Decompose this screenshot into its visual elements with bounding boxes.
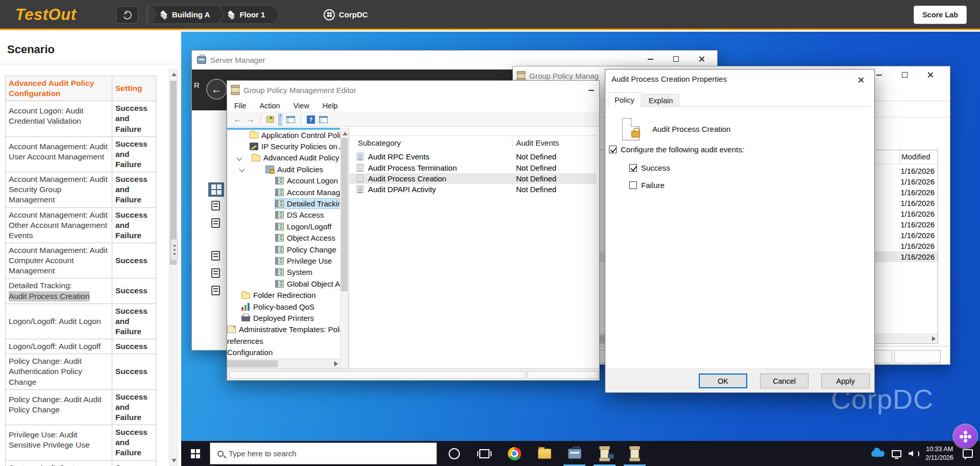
score-lab-button[interactable]: Score Lab bbox=[914, 6, 967, 24]
tree-item[interactable]: Deployed Printers bbox=[227, 312, 340, 323]
all-servers-icon[interactable] bbox=[211, 218, 220, 228]
subcategory-row[interactable]: Audit Process Creation Not Defined bbox=[350, 173, 596, 184]
checkbox[interactable] bbox=[609, 146, 617, 153]
tree-item[interactable]: IP Security Policies on A bbox=[227, 141, 340, 152]
tree-item[interactable]: DS Access bbox=[227, 209, 340, 221]
subcategory-row[interactable]: Audit RPC Events Not Defined bbox=[350, 151, 596, 162]
breadcrumb-item[interactable]: Building A bbox=[152, 5, 224, 24]
hierarchy-icon[interactable] bbox=[211, 268, 220, 278]
tree-item[interactable]: Policy Change bbox=[227, 244, 340, 255]
subcategory-name: Audit Process Termination bbox=[368, 164, 596, 172]
scrollbar-thumb[interactable] bbox=[170, 81, 177, 265]
tree-item[interactable]: Policy-based QoS bbox=[227, 301, 340, 312]
menu-item[interactable]: View bbox=[293, 102, 309, 110]
device-breadcrumb[interactable]: CorpDC bbox=[324, 5, 368, 24]
tree-item[interactable]: Configuration bbox=[227, 346, 340, 358]
chevron-down-icon[interactable] bbox=[239, 167, 244, 172]
tree-item[interactable]: Account Logon bbox=[227, 175, 340, 187]
vertical-scrollbar[interactable] bbox=[340, 128, 349, 368]
tree-item[interactable]: Logon/Logoff bbox=[227, 221, 340, 232]
minimize-button[interactable] bbox=[638, 51, 663, 67]
forward-arrow-icon[interactable]: → bbox=[246, 115, 255, 124]
group-policy-management-editor-window: Group Policy Management Editor FileActio… bbox=[227, 80, 600, 381]
group-policy-editor-taskbar-button[interactable] bbox=[620, 441, 650, 466]
ai-assistant-button[interactable] bbox=[953, 425, 977, 448]
menu-item[interactable]: File bbox=[234, 102, 246, 110]
server-manager-taskbar-button[interactable] bbox=[559, 441, 590, 466]
subcategory-column-header[interactable]: Subcategory bbox=[358, 138, 401, 147]
dialog-tab[interactable]: Explain bbox=[642, 94, 680, 107]
tree-item[interactable]: System bbox=[227, 267, 340, 278]
close-button[interactable] bbox=[852, 74, 869, 86]
tree-item[interactable]: Folder Redirection bbox=[227, 289, 340, 300]
tree-item[interactable]: Detailed Tracking bbox=[227, 198, 340, 209]
scroll-up-arrow-icon[interactable] bbox=[342, 132, 348, 135]
back-arrow-icon[interactable]: ← bbox=[233, 115, 242, 124]
dialog-button[interactable]: Cancel bbox=[760, 374, 808, 388]
refresh-button[interactable] bbox=[116, 6, 138, 24]
tree-item[interactable]: Global Object Ac bbox=[227, 278, 340, 289]
tree-item[interactable]: references bbox=[227, 335, 340, 346]
start-button[interactable] bbox=[181, 441, 210, 466]
scroll-right-arrow-icon[interactable] bbox=[932, 336, 936, 341]
subcategory-row[interactable]: Audit DPAPI Activity Not Defined bbox=[350, 184, 596, 195]
chrome-button[interactable] bbox=[499, 441, 529, 466]
task-view-button[interactable] bbox=[469, 441, 499, 466]
chrome-icon bbox=[508, 447, 521, 460]
menu-item[interactable]: Action bbox=[259, 102, 280, 110]
checkbox[interactable] bbox=[629, 164, 637, 172]
tree-item[interactable]: Object Access bbox=[227, 232, 340, 244]
breadcrumb-item[interactable]: Floor 1 bbox=[219, 5, 279, 24]
up-one-level-icon[interactable] bbox=[266, 116, 274, 123]
back-button[interactable]: ← bbox=[206, 79, 227, 100]
help-icon[interactable]: ? bbox=[307, 115, 315, 124]
printer-icon[interactable] bbox=[211, 286, 220, 295]
panel-resize-handle[interactable] bbox=[170, 239, 178, 261]
cortana-button[interactable] bbox=[439, 441, 469, 466]
tree-item[interactable]: Advanced Audit Policy C bbox=[227, 152, 340, 164]
chevron-down-icon[interactable] bbox=[236, 155, 242, 160]
tree-item[interactable]: Administrative Templates: Polic bbox=[227, 324, 340, 335]
taskbar-search[interactable]: Type here to search bbox=[210, 442, 437, 464]
local-server-icon[interactable] bbox=[211, 201, 220, 211]
users-icon[interactable] bbox=[211, 251, 220, 261]
close-button[interactable] bbox=[917, 66, 943, 83]
audit-events-column-header[interactable]: Audit Events bbox=[516, 138, 559, 147]
minimize-button[interactable] bbox=[584, 87, 598, 94]
subcategory-row[interactable]: Audit Process Termination Not Defined bbox=[350, 162, 596, 173]
dialog-tab[interactable]: Policy bbox=[608, 92, 641, 107]
scroll-up-arrow-icon[interactable] bbox=[172, 73, 177, 76]
close-button[interactable] bbox=[689, 51, 714, 67]
horizontal-scrollbar[interactable] bbox=[227, 359, 340, 368]
tree-item[interactable]: Privilege Use bbox=[227, 255, 340, 266]
modified-column-header[interactable]: Modified bbox=[901, 152, 930, 161]
action-center-icon[interactable] bbox=[963, 449, 973, 458]
menu-item[interactable]: Help bbox=[323, 102, 338, 110]
checkbox[interactable] bbox=[629, 181, 637, 189]
dialog-titlebar[interactable]: Audit Process Creation Properties bbox=[605, 69, 874, 88]
volume-icon[interactable] bbox=[909, 451, 913, 456]
properties-icon[interactable] bbox=[286, 116, 295, 123]
onedrive-icon[interactable] bbox=[871, 451, 885, 457]
dialog-button[interactable]: OK bbox=[699, 374, 747, 388]
taskbar-clock[interactable]: 10:33 AM 2/11/2026 bbox=[925, 445, 953, 462]
new-window-icon[interactable] bbox=[319, 116, 328, 123]
scroll-right-arrow-icon[interactable] bbox=[334, 361, 338, 366]
file-explorer-button[interactable] bbox=[529, 441, 559, 466]
scrollbar-thumb[interactable] bbox=[227, 360, 278, 367]
tree-item[interactable]: Account Manage bbox=[227, 187, 340, 198]
network-icon[interactable] bbox=[892, 450, 901, 457]
scrollbar-thumb[interactable] bbox=[341, 138, 348, 291]
tree-item[interactable]: Audit Policies bbox=[227, 164, 340, 175]
dashboard-tile-icon[interactable] bbox=[208, 182, 224, 197]
maximize-button[interactable] bbox=[663, 51, 689, 67]
dialog-button[interactable]: Apply bbox=[821, 374, 870, 388]
tree-item[interactable]: Application Control Poli bbox=[227, 129, 340, 141]
group-policy-management-taskbar-button[interactable] bbox=[590, 441, 620, 466]
maximize-button[interactable] bbox=[892, 66, 917, 83]
table-row: Account Management: Audit Security Group… bbox=[6, 172, 156, 207]
scroll-down-arrow-icon[interactable] bbox=[172, 459, 177, 462]
vertical-scrollbar[interactable] bbox=[169, 69, 178, 466]
show-console-tree-button[interactable] bbox=[278, 113, 282, 126]
gpme-titlebar[interactable]: Group Policy Management Editor bbox=[227, 81, 599, 99]
